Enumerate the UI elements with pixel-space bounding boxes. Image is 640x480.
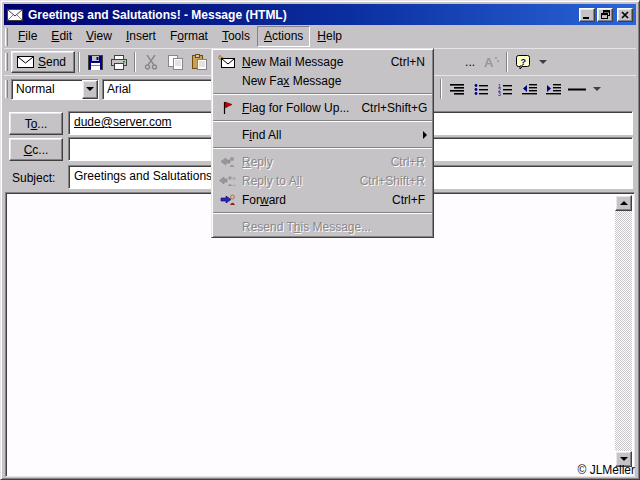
menu-insert[interactable]: Insert [119, 26, 163, 47]
svg-text:3: 3 [498, 91, 501, 96]
style-combobox[interactable]: Normal [11, 79, 99, 100]
subject-label: Subject: [12, 171, 55, 185]
subject-value: Greetings and Salutations! [74, 169, 215, 183]
to-button[interactable]: To... [9, 112, 63, 135]
font-combobox[interactable]: Arial [102, 79, 214, 100]
menu-item-new-mail-message[interactable]: New Mail Message Ctrl+N [212, 52, 433, 71]
more-format-buttons-chevron[interactable] [589, 79, 605, 99]
menu-item-reply-to-all[interactable]: Reply to All Ctrl+Shift+R [212, 171, 433, 190]
menu-separator [212, 209, 433, 217]
separator [134, 52, 136, 72]
covered-button-ellipsis[interactable]: ... [465, 55, 475, 69]
menu-view[interactable]: View [79, 26, 119, 47]
font-style-button[interactable]: A [479, 51, 503, 73]
send-envelope-icon [17, 56, 34, 68]
menu-file[interactable]: File [11, 26, 44, 47]
forward-icon [212, 193, 242, 206]
watermark: © JLMeller [577, 463, 635, 477]
reply-icon [212, 155, 242, 168]
restore-button[interactable] [597, 8, 613, 22]
menu-edit[interactable]: Edit [44, 26, 79, 47]
menu-separator [212, 90, 433, 98]
align-right-button[interactable] [445, 78, 469, 100]
separator [506, 52, 508, 72]
menu-item-flag-for-follow-up[interactable]: Flag for Follow Up... Ctrl+Shift+G [212, 98, 433, 117]
to-value: dude@server.com [74, 115, 172, 129]
help-button[interactable]: ? [511, 51, 535, 73]
titlebar: Greetings and Salutations! - Message (HT… [4, 4, 636, 25]
menu-help[interactable]: Help [310, 26, 349, 47]
svg-text:?: ? [520, 56, 526, 66]
menu-format[interactable]: Format [163, 26, 215, 47]
actions-menu: New Mail Message Ctrl+N New Fax Message … [211, 48, 434, 238]
flag-icon [212, 100, 242, 115]
decrease-indent-button[interactable] [517, 78, 541, 100]
menu-item-resend-this-message[interactable]: Resend This Message... [212, 217, 433, 236]
style-value: Normal [12, 80, 82, 99]
vertical-scrollbar[interactable] [615, 195, 632, 467]
cc-button[interactable]: Cc... [9, 138, 63, 161]
new-mail-icon [212, 55, 242, 69]
print-button[interactable] [107, 51, 131, 73]
scroll-up-button[interactable] [615, 195, 632, 211]
increase-indent-button[interactable] [541, 78, 565, 100]
minimize-button[interactable] [579, 8, 595, 22]
reply-all-icon [212, 174, 242, 187]
message-window: Greetings and Salutations! - Message (HT… [0, 0, 640, 480]
menubar-grip[interactable] [5, 28, 8, 46]
menu-item-find-all[interactable]: Find All [212, 125, 433, 144]
menu-item-new-fax-message[interactable]: New Fax Message [212, 71, 433, 90]
copy-button[interactable] [163, 51, 187, 73]
horizontal-line-button[interactable] [565, 78, 589, 100]
style-combo-arrow[interactable] [82, 80, 98, 99]
send-label: Send [38, 55, 66, 69]
font-value: Arial [103, 80, 213, 99]
cut-button[interactable] [139, 51, 163, 73]
menubar: File Edit View Insert Format Tools Actio… [4, 26, 636, 47]
titlebar-envelope-icon [7, 9, 23, 21]
bullets-button[interactable] [469, 78, 493, 100]
submenu-arrow-icon [423, 131, 427, 139]
toolbar-grip[interactable] [5, 80, 8, 98]
window-title: Greetings and Salutations! - Message (HT… [28, 8, 577, 22]
close-button[interactable] [617, 8, 633, 22]
numbering-button[interactable]: 123 [493, 78, 517, 100]
paste-button[interactable] [187, 51, 211, 73]
toolbar-grip[interactable] [5, 53, 8, 71]
menu-separator [212, 144, 433, 152]
svg-text:A: A [484, 55, 494, 70]
menu-tools[interactable]: Tools [215, 26, 257, 47]
separator [440, 79, 442, 99]
separator [78, 52, 80, 72]
menu-item-reply[interactable]: Reply Ctrl+R [212, 152, 433, 171]
more-buttons-chevron[interactable] [535, 52, 551, 72]
send-button[interactable]: Send [11, 51, 75, 73]
save-button[interactable] [83, 51, 107, 73]
menu-separator [212, 117, 433, 125]
menu-actions[interactable]: Actions [257, 26, 310, 47]
menu-item-forward[interactable]: Forward Ctrl+F [212, 190, 433, 209]
